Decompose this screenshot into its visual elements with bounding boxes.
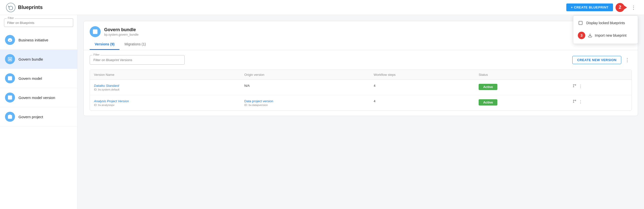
svg-point-2: [9, 38, 11, 40]
col-version-name: Version Name: [90, 70, 240, 80]
col-workflow-steps: Workflow steps: [370, 70, 475, 80]
origin-id-2: ID: bv.datapversion: [244, 104, 366, 106]
versions-actions: CREATE NEW VERSION ⋮: [572, 56, 632, 64]
svg-point-24: [573, 85, 574, 85]
version-name-link-2[interactable]: Analysis Project Version: [94, 99, 236, 103]
sidebar-item-govern-model[interactable]: Govern model: [0, 69, 77, 88]
business-initiative-icon: [5, 35, 15, 45]
sidebar-filter-input[interactable]: [7, 21, 70, 25]
col-origin-version: Origin version: [240, 70, 370, 80]
status-badge-active-2: Active: [479, 99, 497, 105]
svg-rect-4: [10, 41, 10, 41]
versions-section: Filter CREATE NEW VERSION ⋮ Version Name: [84, 50, 638, 116]
create-new-version-button[interactable]: CREATE NEW VERSION: [572, 56, 621, 64]
version-name-cell: Dataiku Standard ID: bv.system.default: [90, 80, 240, 95]
step-badge-2: 2: [616, 3, 624, 12]
govern-model-version-icon: [5, 93, 15, 103]
blueprint-tabs: Versions (9) Migrations (1): [84, 39, 638, 50]
origin-link-2[interactable]: Data project version: [244, 99, 366, 103]
col-status: Status: [475, 70, 568, 80]
govern-model-icon: [5, 73, 15, 83]
create-blueprint-button[interactable]: + CREATE BLUEPRINT: [566, 3, 613, 11]
workflow-steps-cell-2: 4: [370, 95, 475, 110]
svg-point-27: [573, 100, 574, 101]
version-name-cell-2: Analysis Project Version ID: bv.analysis…: [90, 95, 240, 110]
sidebar-item-business-initiative[interactable]: Business initiative: [0, 30, 77, 50]
import-blueprint-row: 3 Import new blueprint: [578, 32, 626, 39]
versions-filter-label: Filter: [92, 53, 100, 56]
sidebar-item-govern-bundle[interactable]: Govern bundle: [0, 50, 77, 69]
status-cell-2: Active: [475, 95, 568, 110]
sidebar-item-govern-model-version[interactable]: Govern model version: [0, 88, 77, 107]
sidebar-item-label-govern-model: Govern model: [18, 76, 42, 81]
sidebar-item-label-business-initiative: Business initiative: [18, 38, 48, 42]
sidebar-filter-box: Filter: [4, 18, 73, 27]
versions-more-options-button[interactable]: ⋮: [623, 56, 632, 64]
versions-filter-box: Filter: [90, 55, 184, 65]
app-container: Blueprints + CREATE BLUEPRINT 2 ⋮ Displa…: [0, 0, 644, 209]
svg-rect-19: [8, 115, 12, 118]
more-row-options-1[interactable]: ⋮: [578, 84, 582, 89]
workflow-steps-cell-1: 4: [370, 80, 475, 95]
blueprint-title: Govern bundle: [104, 27, 138, 32]
versions-table: Version Name Origin version Workflow ste…: [90, 70, 632, 111]
svg-rect-0: [579, 21, 582, 25]
header-left: Blueprints: [6, 3, 43, 12]
col-actions: [568, 70, 632, 80]
blueprint-title-block: Govern bundle bp.system.govern_bundle: [104, 27, 138, 36]
blueprints-page-icon: [6, 3, 16, 12]
header-right: + CREATE BLUEPRINT 2 ⋮ Display locked bl…: [566, 3, 638, 12]
govern-bundle-icon: [5, 54, 15, 64]
sidebar: Filter Business: [0, 15, 78, 209]
branch-icon-2[interactable]: [572, 99, 576, 104]
step-badge-3: 3: [578, 32, 585, 39]
versions-filter-row: Filter CREATE NEW VERSION ⋮: [90, 55, 632, 65]
checkbox-icon: [578, 20, 583, 26]
main-layout: Filter Business: [0, 15, 644, 209]
status-cell-1: Active: [475, 80, 568, 95]
tab-migrations[interactable]: Migrations (1): [120, 39, 151, 50]
page-title: Blueprints: [18, 4, 43, 10]
svg-rect-3: [10, 40, 10, 41]
svg-point-25: [573, 87, 574, 87]
blueprint-subtitle: bp.system.govern_bundle: [104, 33, 138, 36]
sidebar-item-label-govern-project: Govern project: [18, 115, 43, 119]
blueprint-detail-card: Govern bundle bp.system.govern_bundle Ve…: [84, 21, 638, 116]
more-row-options-2[interactable]: ⋮: [578, 100, 582, 104]
step-arrow: [624, 5, 627, 9]
row-actions-group-2: ⋮: [572, 99, 628, 104]
step2-indicator: 2: [616, 3, 627, 12]
govern-project-icon: [5, 112, 15, 122]
tab-versions[interactable]: Versions (9): [90, 39, 120, 50]
status-badge-active-1: Active: [479, 84, 497, 90]
origin-version-cell-2: Data project version ID: bv.datapversion: [240, 95, 370, 110]
more-options-button[interactable]: ⋮: [629, 3, 638, 11]
row-actions-group-1: ⋮: [572, 84, 628, 89]
table-row: Analysis Project Version ID: bv.analysis…: [90, 95, 632, 110]
sidebar-item-govern-project[interactable]: Govern project: [0, 107, 77, 126]
blueprint-detail-icon: [90, 26, 101, 37]
sidebar-filter-label: Filter: [7, 16, 15, 19]
sidebar-items: Business initiative Govern bundle: [0, 30, 77, 209]
sidebar-item-label-govern-model-version: Govern model version: [18, 96, 55, 100]
import-icon: [587, 33, 593, 38]
version-id-2: ID: bv.analysispv: [94, 104, 236, 106]
version-name-link-1[interactable]: Dataiku Standard: [94, 84, 236, 88]
origin-version-cell-1: N/A: [240, 80, 370, 95]
dropdown-item-import-blueprint[interactable]: 3 Import new blueprint: [573, 29, 638, 42]
header: Blueprints + CREATE BLUEPRINT 2 ⋮ Displa…: [0, 0, 644, 15]
dropdown-label-import-blueprint: Import new blueprint: [595, 33, 626, 37]
table-row: Dataiku Standard ID: bv.system.default N…: [90, 80, 632, 95]
branch-icon-1[interactable]: [572, 84, 576, 89]
version-id-1: ID: bv.system.default: [94, 88, 236, 91]
versions-table-header-row: Version Name Origin version Workflow ste…: [90, 70, 632, 80]
dropdown-menu: Display locked blueprints 3: [573, 15, 638, 44]
sidebar-filter: Filter: [0, 15, 77, 30]
sidebar-item-label-govern-bundle: Govern bundle: [18, 57, 43, 61]
versions-filter-input[interactable]: [94, 58, 181, 62]
row-actions-1: ⋮: [568, 80, 632, 95]
row-actions-2: ⋮: [568, 95, 632, 110]
dropdown-label-display-locked: Display locked blueprints: [586, 21, 625, 25]
content-area: Govern bundle bp.system.govern_bundle Ve…: [78, 15, 644, 209]
dropdown-item-display-locked[interactable]: Display locked blueprints: [573, 17, 638, 29]
